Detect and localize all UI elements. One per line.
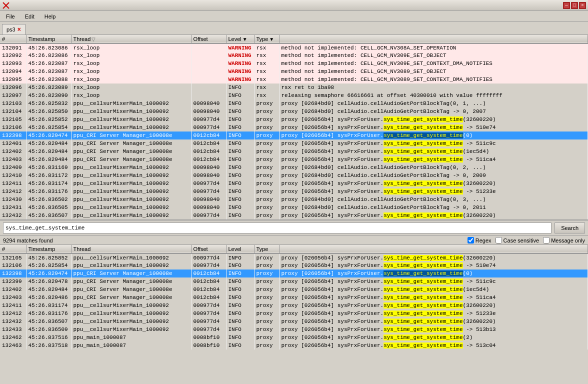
table-row[interactable]: 132401 45:26.829484 ppu_CRI Server Manag… [0, 140, 588, 148]
cell-thread: rsx_loop [71, 68, 191, 76]
cell-num: 132398 [0, 132, 26, 140]
cell-type: proxy [254, 148, 279, 156]
level-filter-icon[interactable]: ▼ [242, 36, 248, 42]
cell-level: INFO [226, 164, 254, 172]
col-header-thread[interactable]: Thread ▽ [71, 35, 191, 44]
cell-offset [191, 52, 226, 60]
cell-num: 132106 [0, 124, 26, 132]
cell-level: INFO [226, 310, 254, 318]
cell-msg: proxy [026056b4] sysPrxForUser.sys_time_… [279, 318, 588, 326]
table-row[interactable]: 132402 45:26.829484 ppu_CRI Server Manag… [0, 286, 588, 294]
col-header-timestamp: Timestamp [26, 35, 71, 44]
cell-type: proxy [254, 326, 279, 334]
table-row[interactable]: 132432 45:26.836507 ppu__cellsurMixerMai… [0, 212, 588, 220]
lower-col-msg [279, 245, 588, 254]
table-row[interactable]: 132091 45:26.823086 rsx_loop WARNING rsx… [0, 44, 588, 52]
table-row[interactable]: 132095 45:26.823088 rsx_loop WARNING rsx… [0, 76, 588, 84]
table-row[interactable]: 132106 45:26.825854 ppu__cellsurMixerMai… [0, 124, 588, 132]
cell-ts: 45:26.829486 [26, 294, 71, 302]
table-row[interactable]: 132092 45:26.823086 rsx_loop WARNING rsx… [0, 52, 588, 60]
cell-thread: ppu__cellsurMixerMain_1000092 [71, 124, 191, 132]
menu-file[interactable]: File [2, 12, 19, 20]
cell-thread: ppu__cellsurMixerMain_1000092 [71, 318, 191, 326]
cell-offset: 0012cb84 [191, 156, 226, 164]
regex-checkbox[interactable] [468, 237, 474, 244]
table-row[interactable]: 132411 45:26.831174 ppu__cellsurMixerMai… [0, 180, 588, 188]
cell-type: rsx [254, 52, 279, 60]
table-row[interactable]: 132411 45:26.831174 ppu__cellsurMixerMai… [0, 302, 588, 310]
case-sensitive-option[interactable]: Case sensitive [496, 237, 540, 244]
col-header-level[interactable]: Level ▼ [226, 35, 254, 44]
table-row[interactable]: 132412 45:26.831176 ppu__cellsurMixerMai… [0, 310, 588, 318]
window-close[interactable]: × [579, 2, 586, 9]
table-row[interactable]: 132094 45:26.823087 rsx_loop WARNING rsx… [0, 68, 588, 76]
regex-option[interactable]: Regex [468, 237, 492, 244]
table-row[interactable]: 132409 45:26.831169 ppu__cellsurMixerMai… [0, 164, 588, 172]
thread-filter-icon[interactable]: ▽ [92, 36, 96, 42]
message-only-checkbox[interactable] [543, 237, 550, 244]
search-button[interactable]: Search [554, 222, 585, 234]
menu-bar: File Edit Help [0, 11, 588, 22]
cell-msg: proxy [02684bd0] cellAudio.cellAudioGetP… [279, 196, 588, 204]
cell-offset: 000977d4 [191, 302, 226, 310]
cell-type: proxy [254, 124, 279, 132]
tab-close-button[interactable]: × [18, 26, 21, 33]
table-row[interactable]: 132105 45:26.825852 ppu__cellsurMixerMai… [0, 116, 588, 124]
table-row[interactable]: 132399 45:26.829478 ppu_CRI Server Manag… [0, 278, 588, 286]
cell-num: 132105 [0, 254, 26, 262]
table-row[interactable]: 132096 45:26.823089 rsx_loop INFO rsx rs… [0, 84, 588, 92]
cell-level: INFO [226, 212, 254, 220]
cell-level: INFO [226, 84, 254, 92]
menu-edit[interactable]: Edit [21, 12, 38, 20]
cell-type: proxy [254, 204, 279, 212]
table-row[interactable]: 132433 45:26.836509 ppu__cellsurMixerMai… [0, 326, 588, 334]
cell-offset: 0012cb84 [191, 132, 226, 140]
table-row[interactable]: 132432 45:26.836507 ppu__cellsurMixerMai… [0, 318, 588, 326]
message-only-option[interactable]: Message only [543, 237, 585, 244]
type-filter-icon[interactable]: ▼ [269, 36, 274, 42]
table-row[interactable]: 132430 45:26.836502 ppu__cellsurMixerMai… [0, 196, 588, 204]
case-sensitive-checkbox[interactable] [496, 237, 502, 244]
table-row[interactable]: 132105 45:26.825852 ppu__cellsurMixerMai… [0, 254, 588, 262]
cell-num: 132398 [0, 270, 26, 278]
cell-num: 132412 [0, 310, 26, 318]
lower-col-type: Type [254, 245, 279, 254]
table-row[interactable]: 132103 45:26.825832 ppu__cellsurMixerMai… [0, 100, 588, 108]
cell-type: proxy [254, 140, 279, 148]
table-row[interactable]: 132097 45:26.823090 rsx_loop INFO rsx re… [0, 92, 588, 100]
cell-thread: ppu__cellsurMixerMain_1000092 [71, 180, 191, 188]
table-row[interactable]: 132410 45:26.831172 ppu__cellsurMixerMai… [0, 172, 588, 180]
cell-ts: 45:26.825854 [26, 124, 71, 132]
cell-thread: ppu__cellsurMixerMain_1000092 [71, 262, 191, 270]
tab-ps3[interactable]: ps3 × [2, 24, 26, 34]
table-row[interactable]: 132104 45:26.825850 ppu__cellsurMixerMai… [0, 108, 588, 116]
table-row[interactable]: 132398 45:26.829474 ppu_CRI Server Manag… [0, 270, 588, 278]
col-header-type[interactable]: Type ▼ [254, 35, 279, 44]
table-row[interactable]: 132106 45:26.825854 ppu__cellsurMixerMai… [0, 262, 588, 270]
menu-help[interactable]: Help [40, 12, 60, 20]
search-input[interactable] [3, 222, 552, 234]
cell-num: 132402 [0, 148, 26, 156]
table-row[interactable]: 132403 45:26.829486 ppu_CRI Server Manag… [0, 294, 588, 302]
table-row[interactable]: 132398 45:26.829474 ppu_CRI Server Manag… [0, 132, 588, 140]
table-row[interactable]: 132402 45:26.829484 ppu_CRI Server Manag… [0, 148, 588, 156]
cell-ts: 45:26.823090 [26, 92, 71, 100]
cell-level: WARNING [226, 60, 254, 68]
window-minimize[interactable]: ─ [563, 2, 570, 9]
table-row[interactable]: 132412 45:26.831176 ppu__cellsurMixerMai… [0, 188, 588, 196]
cell-type: proxy [254, 172, 279, 180]
cell-thread: rsx_loop [71, 52, 191, 60]
lower-log-section: # Timestamp Thread Offset Level Type 132… [0, 245, 588, 384]
cell-level: INFO [226, 172, 254, 180]
upper-hscroll[interactable] [0, 220, 588, 220]
table-row[interactable]: 132431 45:26.836505 ppu__cellsurMixerMai… [0, 204, 588, 212]
cell-ts: 45:26.829474 [26, 132, 71, 140]
cell-ts: 45:26.829474 [26, 270, 71, 278]
table-row[interactable]: 132093 45:26.823087 rsx_loop WARNING rsx… [0, 60, 588, 68]
table-row[interactable]: 132462 45:26.837516 ppu_main_1000087 000… [0, 334, 588, 342]
table-row[interactable]: 132403 45:26.829484 ppu_CRI Server Manag… [0, 156, 588, 164]
cell-offset: 0012cb84 [191, 286, 226, 294]
window-maximize[interactable]: □ [571, 2, 578, 9]
table-row[interactable]: 132463 45:26.837518 ppu_main_1000087 000… [0, 342, 588, 350]
cell-offset [191, 44, 226, 52]
